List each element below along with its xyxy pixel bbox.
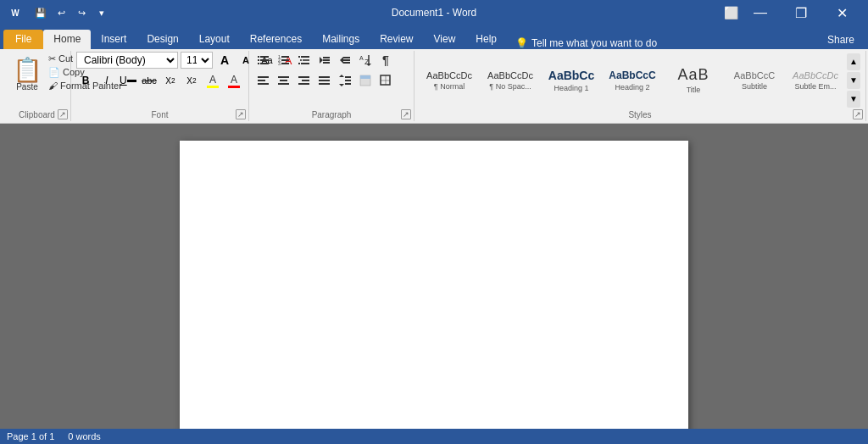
style-subtitle[interactable]: AaBbCcC Subtitle bbox=[725, 53, 784, 108]
font-label: Font bbox=[71, 108, 248, 119]
customize-qa-button[interactable]: ▾ bbox=[93, 4, 110, 21]
font-row2: B I U abc X2 X2 A A bbox=[76, 71, 243, 90]
styles-gallery: AaBbCcDc ¶ Normal AaBbCcDc ¶ No Spac... … bbox=[420, 52, 845, 109]
svg-rect-21 bbox=[323, 62, 330, 64]
tab-references[interactable]: References bbox=[240, 30, 312, 49]
style-heading1-preview: AaBbCc bbox=[548, 69, 594, 82]
shading-button[interactable] bbox=[356, 71, 375, 90]
minimize-button[interactable]: — bbox=[741, 0, 780, 25]
style-subtle-em[interactable]: AaBbCcDc Subtle Em... bbox=[786, 53, 845, 108]
tab-layout[interactable]: Layout bbox=[189, 30, 240, 49]
increase-indent-button[interactable] bbox=[336, 51, 354, 69]
svg-marker-43 bbox=[339, 84, 344, 86]
clipboard-expand[interactable]: ↗ bbox=[58, 109, 68, 119]
styles-expand[interactable]: ↗ bbox=[853, 109, 863, 119]
justify-button[interactable] bbox=[315, 71, 334, 90]
numbering-button[interactable]: 1.2.3. bbox=[275, 51, 293, 69]
svg-rect-40 bbox=[319, 80, 330, 81]
show-paragraph-marks-button[interactable]: ¶ bbox=[376, 51, 395, 69]
tab-view[interactable]: View bbox=[424, 30, 466, 49]
bold-button[interactable]: B bbox=[76, 71, 95, 90]
close-button[interactable]: ✕ bbox=[822, 0, 861, 25]
style-heading2-preview: AaBbCcC bbox=[609, 69, 655, 81]
tab-design[interactable]: Design bbox=[136, 30, 188, 49]
font-color-button[interactable]: A bbox=[225, 71, 243, 90]
style-heading2[interactable]: AaBbCcC Heading 2 bbox=[603, 53, 662, 108]
search-bar[interactable]: 💡 Tell me what you want to do bbox=[507, 37, 665, 49]
align-left-button[interactable] bbox=[254, 71, 273, 90]
multilevel-list-button[interactable] bbox=[295, 51, 314, 69]
align-right-button[interactable] bbox=[295, 71, 314, 90]
decrease-indent-button[interactable] bbox=[315, 51, 334, 69]
style-heading2-label: Heading 2 bbox=[615, 83, 649, 92]
align-center-button[interactable] bbox=[275, 71, 293, 90]
svg-rect-0 bbox=[258, 56, 259, 58]
styles-scroll: ▲ ▼ ▼ bbox=[847, 53, 860, 108]
superscript-button[interactable]: X2 bbox=[182, 71, 201, 90]
style-nospace[interactable]: AaBbCcDc ¶ No Spac... bbox=[481, 53, 540, 108]
svg-rect-4 bbox=[258, 63, 259, 64]
paragraph-expand[interactable]: ↗ bbox=[401, 109, 411, 119]
text-highlight-button[interactable]: A bbox=[203, 71, 222, 90]
style-title-preview: AaB bbox=[677, 66, 709, 84]
svg-rect-23 bbox=[343, 57, 350, 58]
svg-rect-36 bbox=[298, 76, 309, 78]
font-expand[interactable]: ↗ bbox=[236, 109, 246, 119]
svg-marker-42 bbox=[339, 75, 344, 77]
svg-rect-39 bbox=[319, 76, 330, 78]
svg-rect-45 bbox=[345, 80, 351, 81]
styles-scroll-down[interactable]: ▼ bbox=[847, 72, 860, 89]
svg-rect-1 bbox=[260, 56, 269, 58]
window-controls: ⬜ — ❐ ✕ bbox=[722, 0, 861, 25]
quick-access-toolbar: 💾 ↩ ↪ ▾ bbox=[32, 4, 110, 21]
svg-rect-15 bbox=[303, 59, 309, 61]
strikethrough-button[interactable]: abc bbox=[140, 71, 159, 90]
status-bar: Page 1 of 1 0 words bbox=[0, 429, 868, 444]
svg-rect-38 bbox=[298, 83, 309, 85]
tab-file[interactable]: File bbox=[3, 30, 43, 49]
page-info: Page 1 of 1 bbox=[7, 431, 54, 441]
svg-rect-25 bbox=[343, 62, 350, 64]
tab-review[interactable]: Review bbox=[370, 30, 423, 49]
restore-button[interactable]: ❐ bbox=[782, 0, 821, 25]
paragraph-label: Paragraph bbox=[249, 108, 414, 119]
ribbon-tab-bar: File Home Insert Design Layout Reference… bbox=[0, 25, 868, 49]
styles-more[interactable]: ▼ bbox=[847, 91, 860, 108]
italic-button[interactable]: I bbox=[97, 71, 116, 90]
bullets-button[interactable] bbox=[254, 51, 273, 69]
style-subtitle-preview: AaBbCcC bbox=[734, 70, 775, 80]
style-title[interactable]: AaB Title bbox=[664, 53, 723, 108]
redo-button[interactable]: ↪ bbox=[73, 4, 90, 21]
svg-rect-16 bbox=[298, 63, 300, 64]
tab-mailings[interactable]: Mailings bbox=[312, 30, 370, 49]
word-count: 0 words bbox=[68, 431, 101, 441]
save-button[interactable]: 💾 bbox=[32, 4, 49, 21]
share-button[interactable]: Share bbox=[821, 31, 861, 49]
tab-help[interactable]: Help bbox=[465, 30, 507, 49]
line-spacing-button[interactable] bbox=[336, 71, 354, 90]
document-page[interactable] bbox=[180, 141, 688, 429]
paste-button[interactable]: 📋 Paste bbox=[8, 51, 46, 98]
document-area bbox=[0, 124, 868, 429]
tab-home[interactable]: Home bbox=[43, 30, 91, 49]
style-normal-preview: AaBbCcDc bbox=[426, 70, 472, 80]
search-icon: 💡 bbox=[515, 37, 528, 49]
subscript-button[interactable]: X2 bbox=[161, 71, 180, 90]
borders-button[interactable] bbox=[376, 71, 395, 90]
svg-rect-14 bbox=[300, 59, 302, 61]
grow-font-button[interactable]: A bbox=[215, 51, 234, 69]
underline-button[interactable]: U bbox=[119, 71, 137, 90]
ribbon: 📋 Paste ✂ Cut 📄 Copy 🖌 Format Painter Cl… bbox=[0, 49, 868, 124]
style-normal[interactable]: AaBbCcDc ¶ Normal bbox=[420, 53, 479, 108]
styles-scroll-up[interactable]: ▲ bbox=[847, 53, 860, 70]
sort-button[interactable]: AZ bbox=[356, 51, 375, 69]
ribbon-display-button[interactable]: ⬜ bbox=[722, 4, 739, 21]
tab-insert[interactable]: Insert bbox=[91, 30, 136, 49]
undo-button[interactable]: ↩ bbox=[53, 4, 70, 21]
svg-rect-3 bbox=[260, 59, 269, 61]
font-family-select[interactable]: Calibri (Body) bbox=[76, 52, 178, 69]
style-heading1[interactable]: AaBbCc Heading 1 bbox=[542, 53, 601, 108]
font-size-select[interactable]: 11 bbox=[181, 52, 213, 69]
title-bar-left: W 💾 ↩ ↪ ▾ bbox=[7, 4, 110, 21]
svg-marker-18 bbox=[320, 57, 323, 64]
